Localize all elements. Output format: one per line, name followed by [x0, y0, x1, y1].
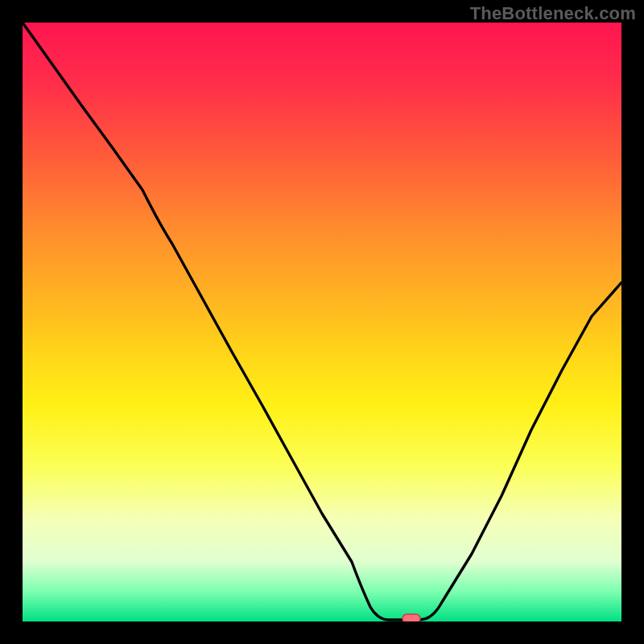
chart-container: TheBottleneck.com [0, 0, 644, 644]
curve-layer [23, 23, 621, 621]
min-marker [402, 614, 420, 621]
watermark-text: TheBottleneck.com [470, 3, 636, 24]
bottleneck-curve [23, 23, 621, 620]
plot-area [23, 23, 621, 621]
